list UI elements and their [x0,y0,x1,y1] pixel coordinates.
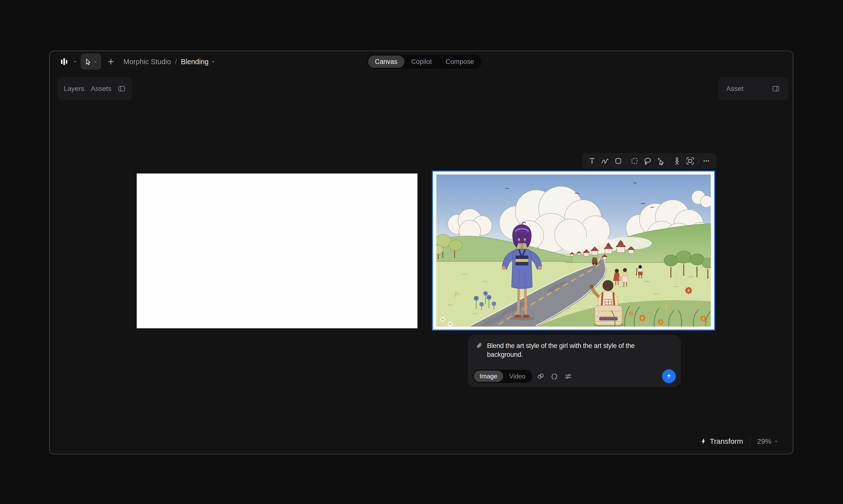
chevron-down-icon [93,59,98,64]
toolbar-divider [698,157,699,165]
desktop-background: Morphic Studio / Blending Canvas Copilot… [0,0,843,504]
marquee-select-tool-button[interactable] [629,156,640,166]
loops-icon[interactable] [535,371,546,382]
watercolor-illustration [433,172,714,329]
zoom-level[interactable]: 29% [757,437,771,446]
add-button[interactable] [105,56,117,68]
chevron-down-icon[interactable] [773,439,779,444]
toolbar-divider [626,157,627,165]
breadcrumb-project-name[interactable]: Blending [181,58,216,66]
tab-canvas[interactable]: Canvas [368,56,404,68]
breadcrumb-app-name[interactable]: Morphic Studio [123,58,171,66]
lightning-bolt-icon [700,438,707,445]
send-button[interactable] [662,369,676,383]
prompt-actions: Image Video [473,369,676,383]
persona-icon[interactable] [549,371,560,382]
prompt-row: Blend the art style of the girl with the… [476,341,657,359]
canvas-toolbar: T [582,153,716,168]
lasso-tool-button[interactable] [643,156,653,166]
mode-video[interactable]: Video [503,371,531,382]
transform-button[interactable]: Transform [710,437,743,446]
app-window: Morphic Studio / Blending Canvas Copilot… [49,51,793,454]
frame-tool-button[interactable] [685,156,695,166]
magic-select-tool-button[interactable] [656,156,666,166]
mode-image[interactable]: Image [474,371,503,382]
tab-copilot[interactable]: Copilot [404,56,439,68]
image-artboard-selected[interactable] [432,170,715,330]
chevron-down-icon [210,59,216,65]
logo-menu-button[interactable] [59,55,78,68]
draw-tool-button[interactable] [600,156,610,166]
more-tools-button[interactable] [701,156,712,166]
morphic-logo-icon [59,56,69,67]
breadcrumb-separator: / [175,58,177,66]
mode-toggle: Image Video [473,370,532,383]
cursor-icon [84,58,91,65]
toolbar-divider [669,157,669,165]
svg-text:T: T [590,157,595,165]
paperclip-icon[interactable] [476,342,483,359]
breadcrumb: Morphic Studio / Blending [123,51,216,72]
chevron-down-icon [72,59,78,64]
prompt-box: Blend the art style of the girl with the… [468,335,681,387]
pose-tool-button[interactable] [672,156,682,166]
text-tool-button[interactable]: T [587,156,597,166]
statusbar: Transform 29% [700,433,779,449]
arrow-up-icon [665,373,673,380]
left-panel-toggle: Layers Assets [57,77,132,100]
panel-right-icon[interactable] [772,85,780,93]
assets-tab[interactable]: Assets [91,85,111,93]
view-tabs: Canvas Copilot Compose [367,54,482,69]
right-panel-toggle: Asset [718,77,788,100]
layers-tab[interactable]: Layers [64,85,84,93]
tab-compose[interactable]: Compose [439,56,481,68]
panel-left-icon[interactable] [118,85,126,93]
prompt-input[interactable]: Blend the art style of the girl with the… [487,341,657,359]
asset-tab[interactable]: Asset [726,85,743,93]
shape-tool-button[interactable] [613,156,624,166]
select-tool-button[interactable] [81,54,101,70]
settings-sliders-icon[interactable] [563,371,574,382]
blank-artboard[interactable] [137,174,418,328]
